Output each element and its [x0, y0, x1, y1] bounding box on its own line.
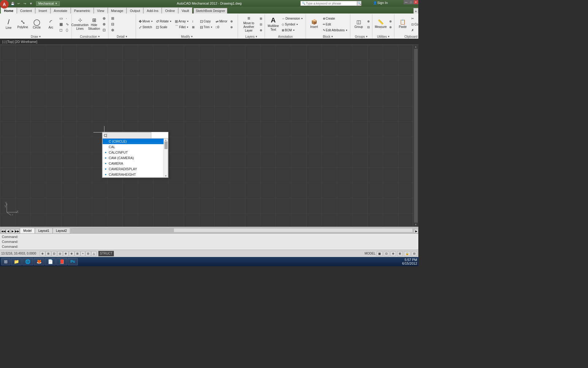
taskbar-chrome[interactable]: 🌐 — [22, 258, 33, 265]
scale-button[interactable]: ⊡Scale — [155, 25, 173, 30]
tab-annotate[interactable]: Annotate — [51, 7, 71, 13]
save-button[interactable]: 💾 — [10, 1, 15, 6]
hatch-button[interactable]: ▦ — [58, 21, 64, 27]
layer-btn3[interactable]: ⊕ — [258, 27, 263, 33]
layout-scroll-first[interactable]: ◀◀ — [1, 229, 6, 233]
layout-tab-model[interactable]: Model — [20, 228, 35, 233]
search-box[interactable]: 🔍 — [300, 1, 357, 6]
layout-tab-layout1[interactable]: Layout1 — [35, 228, 53, 233]
grid-btn[interactable]: ⊞ — [46, 251, 51, 256]
modify-icons1[interactable]: ↕ — [191, 19, 198, 24]
groups-btn1[interactable]: ⊕ — [366, 19, 371, 24]
extend-button[interactable]: □0 — [214, 25, 228, 30]
taskbar-pdf[interactable]: 📕 — [56, 258, 67, 265]
workspace-selector[interactable]: Mechanical ▼ — [36, 1, 60, 6]
dropdown-scroll-down[interactable]: ▼ — [165, 175, 167, 177]
workspace-switch-btn[interactable]: ⊞ — [397, 251, 403, 256]
measure-button[interactable]: 📏 Measure — [374, 15, 387, 33]
const-btn1[interactable]: ⊕ — [101, 16, 107, 21]
lock-ui-btn[interactable]: 🔒 — [404, 251, 410, 256]
app-button[interactable]: A — [0, 0, 9, 9]
polar-btn[interactable]: ◎ — [57, 251, 63, 256]
polyline-button[interactable]: ⤡ Polyline — [16, 15, 29, 33]
scroll-thumb[interactable] — [414, 49, 418, 223]
ac-item-0[interactable]: ● C (CIRCLE) — [103, 139, 168, 144]
layout-tab-layout2[interactable]: Layout2 — [53, 228, 70, 233]
detail-btn2[interactable]: ⊟ — [110, 21, 115, 27]
qat-more-button[interactable]: ▼ — [28, 1, 34, 6]
paper-model-btn[interactable]: ▦ — [377, 251, 383, 256]
modify-extra2[interactable]: ⊗ — [229, 25, 236, 30]
right-scrollbar[interactable]: ▲ ▼ — [413, 45, 418, 227]
construction-lines-button[interactable]: ⊹ ConstructionLines — [73, 15, 87, 33]
dyn-btn[interactable]: + — [81, 251, 85, 256]
construction-expand[interactable]: ▼ — [98, 35, 100, 38]
ac-item-3[interactable]: ● CAM (CAMERA) — [103, 155, 168, 161]
insert-block-button[interactable]: 📦 Insert — [307, 15, 321, 33]
signin-button[interactable]: 👤 Sign In — [373, 1, 388, 5]
undo-button[interactable]: ↩ — [16, 1, 21, 6]
layout-scroll-prev[interactable]: ◀ — [6, 229, 10, 233]
viewport-scale-btn[interactable]: ⊡ — [384, 251, 389, 256]
modify-icons2[interactable]: ⊠ — [191, 25, 198, 30]
layout-scroll-next[interactable]: ▶ — [10, 229, 15, 233]
modify-expand[interactable]: ▼ — [190, 35, 193, 38]
layer-btn1[interactable]: ⊞ — [258, 16, 263, 21]
spline-button[interactable]: ∿ — [65, 21, 70, 27]
modify-extra1[interactable]: ⊕ — [229, 19, 236, 24]
groups-expand[interactable]: ▼ — [366, 35, 368, 38]
multiline-text-button[interactable]: A MultilineText — [266, 15, 280, 33]
layer-btn2[interactable]: ⊟ — [258, 21, 263, 27]
ducs-btn[interactable]: ⊞ — [75, 251, 80, 256]
arc-button[interactable]: ◜ Arc — [44, 15, 58, 33]
util-btn2[interactable]: ⊗ — [388, 25, 393, 30]
block-expand[interactable]: ▼ — [331, 35, 334, 38]
tab-manage[interactable]: Manage — [108, 7, 127, 13]
edit-attributes-button[interactable]: ✎Edit Attributes▼ — [322, 27, 349, 33]
minimize-button[interactable]: — — [404, 0, 409, 4]
taskbar-photoshop[interactable]: Ps — [68, 258, 78, 265]
start-button[interactable]: ⊞ — [1, 258, 10, 265]
layout-scroll-right[interactable]: ▶ — [414, 229, 418, 233]
move-to-layer-button[interactable]: ≡ Move toAnother Layer — [239, 15, 258, 33]
create-block-button[interactable]: ⊕Create — [322, 16, 349, 21]
cut-button[interactable]: ✂ — [410, 16, 418, 21]
close-button[interactable]: ✕ — [413, 0, 418, 4]
command-input[interactable]: C — [102, 132, 151, 138]
osnap-btn[interactable]: ⊕ — [63, 251, 69, 256]
tab-sketchbook[interactable]: SketchBook Designer — [194, 8, 227, 13]
layout-scrollbar[interactable] — [71, 228, 413, 232]
mirror-button[interactable]: ⇌Mirror — [214, 19, 228, 24]
array-button[interactable]: ⊞Array▼ — [174, 19, 190, 24]
circle-button[interactable]: ◯ Circle — [30, 15, 43, 33]
snap-mode-btn[interactable]: ⊕ — [40, 251, 45, 256]
group-button[interactable]: ◫ Group — [352, 15, 365, 33]
taskbar-explorer[interactable]: 📁 — [11, 258, 22, 265]
anno-scale-btn[interactable]: ⊕ — [390, 251, 396, 256]
ortho-btn[interactable]: ⊡ — [51, 251, 57, 256]
dropdown-scroll-up[interactable]: ▲ — [165, 139, 167, 141]
ac-item-1[interactable]: CAL — [103, 144, 168, 150]
taskbar-firefox[interactable]: 🦊 — [34, 258, 44, 265]
otrack-btn[interactable]: ⊗ — [69, 251, 74, 256]
tab-content[interactable]: Content — [17, 7, 36, 13]
rectangle-button[interactable]: ▭ — [58, 16, 64, 21]
tab-insert[interactable]: Insert — [35, 7, 51, 13]
clean-screen-btn[interactable]: ⊟ — [412, 251, 417, 256]
search-submit[interactable]: 🔍 — [357, 1, 361, 6]
detail-expand[interactable]: ▼ — [125, 35, 128, 38]
draw-expand[interactable]: ▼ — [39, 35, 41, 38]
rotate-button[interactable]: ↺Rotate▼ — [155, 19, 173, 24]
edit-block-button[interactable]: ✏Edit — [322, 21, 349, 27]
hide-situation-button[interactable]: ⊞ HideSituation — [87, 15, 101, 33]
scroll-up[interactable]: ▲ — [415, 45, 417, 48]
groups-btn2[interactable]: ⊟ — [366, 25, 371, 30]
tab-output[interactable]: Output — [126, 7, 143, 13]
tab-addins[interactable]: Add-Ins — [143, 7, 162, 13]
dimension-button[interactable]: ↔Dimension▼ — [281, 16, 304, 21]
point-button[interactable]: · — [65, 16, 70, 21]
utilities-expand[interactable]: ▼ — [387, 35, 390, 38]
layers-expand[interactable]: ▼ — [255, 35, 258, 38]
layout-scroll-last[interactable]: ▶▶ — [15, 229, 19, 233]
line-button[interactable]: / Line — [2, 15, 15, 33]
